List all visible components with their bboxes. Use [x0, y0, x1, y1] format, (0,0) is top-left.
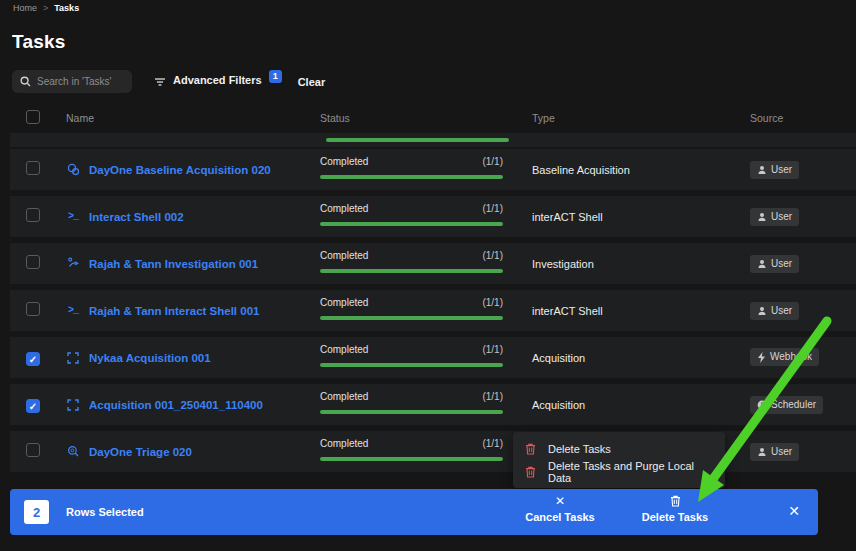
- task-name-link[interactable]: DayOne Baseline Acquisition 020: [89, 164, 271, 176]
- menu-item-delete-tasks[interactable]: Delete Tasks: [513, 437, 725, 460]
- search-icon: [20, 73, 31, 91]
- row-checkbox[interactable]: ✓: [26, 399, 40, 413]
- source-badge: User: [750, 208, 799, 226]
- progress-fraction: (1/1): [482, 203, 503, 214]
- progress-fraction: (1/1): [482, 344, 503, 355]
- acquisition-icon: [66, 352, 80, 364]
- status-cell: Completed(1/1): [320, 196, 503, 226]
- task-name-link[interactable]: Rajah & Tann Investigation 001: [89, 258, 258, 270]
- trash-icon: [525, 443, 536, 455]
- task-type: interACT Shell: [532, 211, 750, 223]
- user-icon: [757, 447, 767, 457]
- baseline-acquisition-icon: [66, 163, 80, 176]
- table-row[interactable]: Rajah & Tann Investigation 001 Completed…: [10, 243, 856, 284]
- table-body: DayOne Baseline Acquisition 020 Complete…: [10, 149, 856, 478]
- task-name-link[interactable]: Nykaa Acquisition 001: [89, 352, 211, 364]
- task-type: Investigation: [532, 258, 750, 270]
- row-checkbox[interactable]: [26, 443, 40, 457]
- trash-icon: [525, 466, 536, 478]
- breadcrumb: Home > Tasks: [13, 3, 79, 13]
- status-cell: Completed(1/1): [320, 384, 503, 414]
- delete-tasks-button[interactable]: Delete Tasks: [625, 494, 725, 523]
- investigation-icon: [66, 257, 80, 270]
- selection-bar: 2 Rows Selected ✕ Cancel Tasks Delete Ta…: [10, 489, 818, 535]
- filter-icon: [154, 73, 166, 91]
- table-row[interactable]: DayOne Triage 020 Completed(1/1) User: [10, 431, 856, 472]
- progress-fraction: (1/1): [482, 391, 503, 402]
- webhook-icon: [757, 352, 766, 363]
- user-icon: [757, 306, 767, 316]
- progress-bar: [320, 457, 503, 461]
- task-name-link[interactable]: Interact Shell 002: [89, 211, 184, 223]
- breadcrumb-separator: >: [43, 3, 48, 13]
- table-row[interactable]: >_ Rajah & Tann Interact Shell 001 Compl…: [10, 290, 856, 331]
- row-checkbox[interactable]: [26, 161, 40, 175]
- row-checkbox[interactable]: [26, 208, 40, 222]
- page-title: Tasks: [12, 31, 65, 53]
- search-input[interactable]: [37, 76, 124, 87]
- row-checkbox[interactable]: [26, 255, 40, 269]
- column-header-source[interactable]: Source: [750, 112, 856, 124]
- user-icon: [757, 212, 767, 222]
- trash-icon: [670, 494, 681, 507]
- task-name-link[interactable]: Rajah & Tann Interact Shell 001: [89, 305, 259, 317]
- triage-icon: [66, 445, 80, 458]
- table-row[interactable]: ✓ Nykaa Acquisition 001 Completed(1/1) A…: [10, 337, 856, 378]
- filter-count-badge: 1: [269, 70, 282, 83]
- progress-fraction: (1/1): [482, 250, 503, 261]
- breadcrumb-current: Tasks: [54, 3, 79, 13]
- menu-item-delete-tasks-purge[interactable]: Delete Tasks and Purge Local Data: [513, 460, 725, 483]
- clear-filters-button[interactable]: Clear: [298, 76, 326, 88]
- source-badge: Webhook: [750, 348, 819, 366]
- tasks-page: Home > Tasks Tasks Advanced Filters 1 Cl…: [0, 0, 856, 551]
- status-cell: Completed(1/1): [320, 290, 503, 320]
- scheduler-icon: [757, 400, 767, 410]
- task-type: Acquisition: [532, 352, 750, 364]
- table-row[interactable]: ✓ Acquisition 001_250401_110400 Complete…: [10, 384, 856, 425]
- source-badge: User: [750, 443, 799, 461]
- status-label: Completed: [320, 156, 368, 167]
- column-header-type[interactable]: Type: [532, 112, 750, 124]
- progress-fraction: (1/1): [482, 438, 503, 449]
- task-name-link[interactable]: DayOne Triage 020: [89, 446, 192, 458]
- breadcrumb-home[interactable]: Home: [13, 3, 37, 13]
- status-cell: Completed(1/1): [320, 431, 503, 461]
- status-label: Completed: [320, 297, 368, 308]
- select-all-checkbox[interactable]: [26, 110, 40, 124]
- status-label: Completed: [320, 203, 368, 214]
- user-icon: [757, 165, 767, 175]
- search-box[interactable]: [12, 70, 132, 93]
- status-cell: Completed(1/1): [320, 337, 503, 367]
- source-badge: Scheduler: [750, 396, 823, 414]
- status-label: Completed: [320, 438, 368, 449]
- task-type: Baseline Acquisition: [532, 164, 750, 176]
- progress-bar: [320, 363, 503, 367]
- terminal-icon: >_: [66, 305, 80, 316]
- row-checkbox[interactable]: ✓: [26, 352, 40, 366]
- status-label: Completed: [320, 391, 368, 402]
- close-selection-bar-icon[interactable]: ✕: [788, 502, 800, 520]
- status-label: Completed: [320, 344, 368, 355]
- progress-bar: [320, 175, 503, 179]
- cancel-tasks-button[interactable]: ✕ Cancel Tasks: [510, 494, 610, 523]
- progress-fraction: (1/1): [482, 156, 503, 167]
- advanced-filters-button[interactable]: Advanced Filters 1: [154, 73, 282, 91]
- source-badge: User: [750, 255, 799, 273]
- row-checkbox[interactable]: [26, 302, 40, 316]
- progress-bar: [320, 316, 503, 320]
- source-badge: User: [750, 161, 799, 179]
- task-name-link[interactable]: Acquisition 001_250401_110400: [89, 399, 263, 411]
- task-type: interACT Shell: [532, 305, 750, 317]
- advanced-filters-label: Advanced Filters: [173, 73, 262, 87]
- table-row[interactable]: DayOne Baseline Acquisition 020 Complete…: [10, 149, 856, 190]
- status-cell: Completed(1/1): [320, 149, 503, 179]
- status-label: Completed: [320, 250, 368, 261]
- column-header-status[interactable]: Status: [320, 112, 532, 124]
- table-header: Name Status Type Source: [10, 106, 856, 130]
- progress-fraction: (1/1): [482, 297, 503, 308]
- table-row[interactable]: >_ Interact Shell 002 Completed(1/1) int…: [10, 196, 856, 237]
- progress-bar: [320, 410, 503, 414]
- selected-count: 2: [24, 500, 49, 524]
- rows-selected-label: Rows Selected: [66, 506, 144, 518]
- column-header-name[interactable]: Name: [66, 112, 320, 124]
